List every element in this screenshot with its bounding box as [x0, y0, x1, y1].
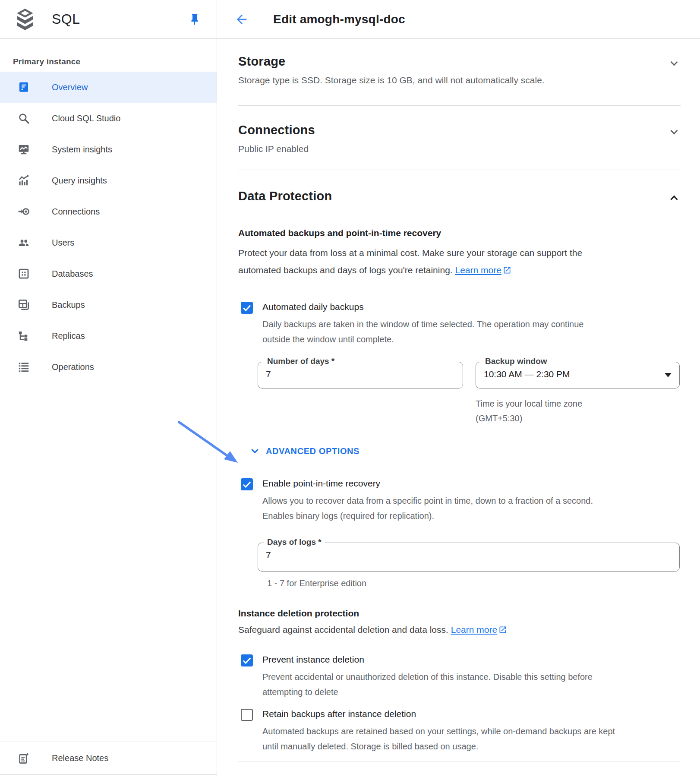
- sidebar-item-backups[interactable]: Backups: [0, 289, 217, 320]
- backup-fields-row: Number of days * 7 Backup window 10:30 A…: [258, 362, 681, 426]
- sidebar-item-databases[interactable]: Databases: [0, 258, 217, 289]
- retain-backups-row: Retain backups after instance deletion A…: [241, 708, 681, 754]
- users-icon: [17, 236, 30, 249]
- sidebar-item-label: System insights: [52, 145, 112, 155]
- number-of-days-field[interactable]: Number of days * 7: [258, 362, 463, 388]
- data-protection-section-title: Data Protection: [238, 189, 332, 203]
- sidebar-item-overview[interactable]: Overview: [0, 72, 217, 103]
- replicas-icon: [17, 329, 30, 342]
- connections-icon: [17, 205, 30, 218]
- pin-icon[interactable]: [188, 13, 201, 26]
- number-of-days-label: Number of days *: [264, 357, 337, 366]
- chevron-up-icon[interactable]: [668, 192, 681, 205]
- days-of-logs-field[interactable]: Days of logs * 7: [258, 543, 680, 572]
- timezone-note: Time is your local time zone (GMT+5:30): [476, 396, 680, 426]
- sidebar-item-label: Databases: [52, 269, 93, 279]
- release-notes-icon: [17, 752, 30, 765]
- days-of-logs-label: Days of logs *: [264, 537, 325, 547]
- sidebar-item-label: Query insights: [52, 176, 107, 186]
- sidebar-header: SQL: [0, 0, 217, 39]
- sidebar-item-operations[interactable]: Operations: [0, 351, 217, 382]
- sidebar-item-label: Operations: [52, 362, 94, 372]
- learn-more-link[interactable]: Learn more: [455, 265, 501, 275]
- backup-window-value: 10:30 AM — 2:30 PM: [484, 369, 570, 379]
- sidebar-item-connections[interactable]: Connections: [0, 196, 217, 227]
- prevent-instance-deletion-row: Prevent instance deletion Prevent accide…: [241, 653, 681, 700]
- automated-daily-backups-label: Automated daily backups: [262, 300, 584, 313]
- chevron-down-icon[interactable]: [668, 57, 681, 70]
- databases-icon: [17, 267, 30, 280]
- open-in-new-icon: [498, 625, 507, 634]
- cloud-sql-logo-icon: [14, 7, 36, 32]
- prevent-instance-deletion-label: Prevent instance deletion: [262, 653, 593, 666]
- section-connections: Connections Public IP enabled: [238, 106, 681, 170]
- checkmark-icon: [241, 478, 253, 490]
- connections-summary: Public IP enabled: [238, 144, 681, 154]
- advanced-options-toggle[interactable]: ADVANCED OPTIONS: [249, 445, 681, 457]
- retain-backups-checkbox[interactable]: [241, 709, 253, 721]
- cloud-sql-edit-page: SQL Primary instance Overview: [0, 0, 700, 777]
- storage-section-title: Storage: [238, 54, 285, 69]
- dropdown-caret-icon: [665, 373, 672, 377]
- backup-window-label: Backup window: [482, 357, 550, 366]
- sidebar-item-label: Connections: [52, 207, 100, 217]
- sidebar-nav: Overview Cloud SQL Studio System insight…: [0, 72, 217, 382]
- sidebar-item-system-insights[interactable]: System insights: [0, 134, 217, 165]
- point-in-time-recovery-row: Enable point-in-time recovery Allows you…: [241, 477, 681, 524]
- sidebar-item-cloud-sql-studio[interactable]: Cloud SQL Studio: [0, 103, 217, 134]
- main-panel: Edit amogh-mysql-doc Storage Storage typ…: [217, 0, 700, 777]
- operations-icon: [17, 360, 30, 373]
- instance-deletion-protection-description: Safeguard against accidental deletion an…: [238, 625, 681, 635]
- automated-backups-description-text: Protect your data from loss at a minimal…: [238, 248, 582, 275]
- chevron-down-icon: [249, 445, 261, 457]
- point-in-time-recovery-label: Enable point-in-time recovery: [262, 477, 593, 490]
- days-of-logs-helper: 1 - 7 for Enterprise edition: [267, 578, 681, 588]
- sidebar: SQL Primary instance Overview: [0, 0, 217, 777]
- retain-backups-description: Automated backups are retained based on …: [262, 724, 615, 754]
- point-in-time-recovery-description: Allows you to recover data from a specif…: [262, 493, 593, 524]
- checkmark-icon: [241, 302, 253, 314]
- connections-section-title: Connections: [238, 123, 315, 137]
- automated-daily-backups-row: Automated daily backups Daily backups ar…: [241, 300, 681, 347]
- query-insights-icon: [17, 174, 30, 187]
- search-icon: [17, 112, 30, 125]
- prevent-instance-deletion-description: Prevent accidental or unauthorized delet…: [262, 670, 593, 700]
- backup-window-select[interactable]: Backup window 10:30 AM — 2:30 PM: [476, 362, 680, 388]
- sidebar-item-label: Backups: [52, 300, 85, 310]
- prevent-instance-deletion-checkbox[interactable]: [241, 654, 253, 666]
- automated-daily-backups-checkbox[interactable]: [241, 302, 253, 314]
- page-header: Edit amogh-mysql-doc: [217, 0, 700, 39]
- backups-icon: [17, 298, 30, 311]
- section-storage: Storage Storage type is SSD. Storage siz…: [238, 39, 681, 106]
- page-title: Edit amogh-mysql-doc: [273, 13, 405, 26]
- retain-backups-label: Retain backups after instance deletion: [262, 708, 615, 720]
- sidebar-item-label: Overview: [52, 82, 88, 92]
- sidebar-item-replicas[interactable]: Replicas: [0, 320, 217, 351]
- sidebar-item-label: Users: [52, 238, 74, 248]
- sidebar-item-label: Cloud SQL Studio: [52, 114, 120, 123]
- automated-daily-backups-description: Daily backups are taken in the window of…: [262, 317, 584, 347]
- sidebar-item-label: Replicas: [52, 331, 85, 341]
- automated-backups-description: Protect your data from loss at a minimal…: [238, 244, 681, 279]
- back-arrow-icon[interactable]: [234, 12, 249, 27]
- automated-backups-heading: Automated backups and point-in-time reco…: [238, 228, 681, 238]
- instance-deletion-protection-heading: Instance deletion protection: [238, 608, 681, 619]
- sidebar-item-label: Release Notes: [52, 753, 108, 763]
- open-in-new-icon: [503, 266, 511, 275]
- system-insights-icon: [17, 143, 30, 156]
- learn-more-link[interactable]: Learn more: [451, 625, 497, 635]
- advanced-options-label: ADVANCED OPTIONS: [266, 446, 359, 456]
- chevron-down-icon[interactable]: [668, 126, 681, 139]
- sidebar-item-release-notes[interactable]: Release Notes: [0, 742, 217, 775]
- product-name: SQL: [52, 11, 80, 27]
- sidebar-item-query-insights[interactable]: Query insights: [0, 165, 217, 196]
- sidebar-item-users[interactable]: Users: [0, 227, 217, 258]
- edit-form: Storage Storage type is SSD. Storage siz…: [217, 39, 700, 761]
- section-data-protection: Data Protection Automated backups and po…: [238, 170, 681, 761]
- instance-deletion-protection-text: Safeguard against accidental deletion an…: [238, 625, 448, 635]
- storage-summary: Storage type is SSD. Storage size is 10 …: [238, 75, 681, 85]
- checkmark-icon: [241, 654, 253, 666]
- point-in-time-recovery-checkbox[interactable]: [241, 478, 253, 490]
- overview-icon: [17, 81, 30, 94]
- sidebar-section-label: Primary instance: [13, 57, 217, 66]
